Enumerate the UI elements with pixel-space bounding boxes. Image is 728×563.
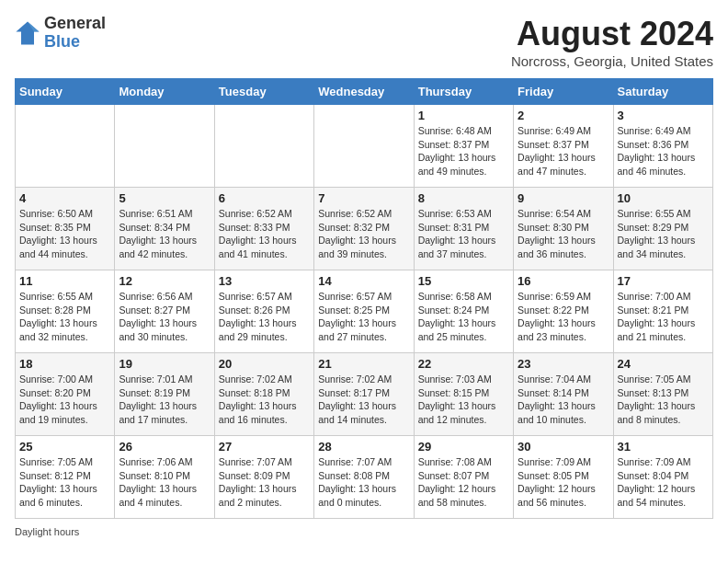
calendar-cell-4-4: 29Sunrise: 7:08 AM Sunset: 8:07 PM Dayli… [414, 436, 513, 519]
calendar-cell-2-0: 11Sunrise: 6:55 AM Sunset: 8:28 PM Dayli… [16, 270, 115, 353]
day-number: 1 [418, 109, 509, 122]
day-info: Sunrise: 7:09 AM Sunset: 8:05 PM Dayligh… [518, 455, 609, 510]
day-info: Sunrise: 7:09 AM Sunset: 8:04 PM Dayligh… [618, 455, 709, 510]
day-number: 11 [19, 274, 110, 288]
weekday-header-monday: Monday [115, 79, 214, 105]
weekday-header-friday: Friday [514, 79, 613, 105]
day-info: Sunrise: 7:03 AM Sunset: 8:15 PM Dayligh… [418, 373, 509, 427]
logo-icon [15, 20, 40, 46]
day-number: 10 [618, 191, 709, 205]
calendar-cell-3-3: 21Sunrise: 7:02 AM Sunset: 8:17 PM Dayli… [314, 353, 414, 436]
day-info: Sunrise: 6:52 AM Sunset: 8:33 PM Dayligh… [219, 207, 310, 261]
calendar-table: SundayMondayTuesdayWednesdayThursdayFrid… [15, 78, 713, 519]
calendar-cell-1-4: 8Sunrise: 6:53 AM Sunset: 8:31 PM Daylig… [414, 188, 513, 270]
calendar-cell-1-6: 10Sunrise: 6:55 AM Sunset: 8:29 PM Dayli… [613, 188, 712, 270]
day-info: Sunrise: 7:01 AM Sunset: 8:19 PM Dayligh… [119, 373, 210, 427]
weekday-header-thursday: Thursday [414, 79, 513, 105]
day-number: 16 [518, 274, 609, 288]
calendar-cell-3-5: 23Sunrise: 7:04 AM Sunset: 8:14 PM Dayli… [514, 353, 613, 436]
calendar-cell-0-2 [214, 105, 313, 188]
calendar-week-4: 25Sunrise: 7:05 AM Sunset: 8:12 PM Dayli… [16, 436, 713, 519]
calendar-week-1: 4Sunrise: 6:50 AM Sunset: 8:35 PM Daylig… [16, 188, 713, 270]
weekday-header-wednesday: Wednesday [314, 79, 414, 105]
calendar-cell-2-2: 13Sunrise: 6:57 AM Sunset: 8:26 PM Dayli… [214, 270, 313, 353]
day-info: Sunrise: 6:56 AM Sunset: 8:27 PM Dayligh… [119, 290, 210, 344]
day-number: 23 [518, 357, 609, 371]
calendar-cell-1-3: 7Sunrise: 6:52 AM Sunset: 8:32 PM Daylig… [314, 188, 414, 270]
day-info: Sunrise: 6:57 AM Sunset: 8:25 PM Dayligh… [318, 290, 409, 344]
day-info: Sunrise: 7:04 AM Sunset: 8:14 PM Dayligh… [518, 373, 609, 427]
day-info: Sunrise: 6:57 AM Sunset: 8:26 PM Dayligh… [219, 290, 310, 344]
day-number: 26 [119, 440, 210, 454]
day-number: 7 [318, 191, 409, 205]
day-number: 9 [518, 191, 609, 205]
day-number: 21 [318, 357, 409, 371]
day-number: 31 [618, 440, 709, 454]
day-number: 5 [119, 191, 210, 205]
calendar-cell-4-3: 28Sunrise: 7:07 AM Sunset: 8:08 PM Dayli… [314, 436, 414, 519]
legend-text: Daylight hours [15, 526, 79, 537]
logo: General Blue [15, 15, 106, 52]
weekday-header-saturday: Saturday [613, 79, 712, 105]
calendar-cell-0-6: 3Sunrise: 6:49 AM Sunset: 8:36 PM Daylig… [613, 105, 712, 188]
day-info: Sunrise: 6:48 AM Sunset: 8:37 PM Dayligh… [418, 124, 509, 178]
calendar-cell-0-4: 1Sunrise: 6:48 AM Sunset: 8:37 PM Daylig… [414, 105, 513, 188]
calendar-cell-1-5: 9Sunrise: 6:54 AM Sunset: 8:30 PM Daylig… [514, 188, 613, 270]
day-info: Sunrise: 6:52 AM Sunset: 8:32 PM Dayligh… [318, 207, 409, 261]
calendar-cell-2-3: 14Sunrise: 6:57 AM Sunset: 8:25 PM Dayli… [314, 270, 414, 353]
calendar-week-2: 11Sunrise: 6:55 AM Sunset: 8:28 PM Dayli… [16, 270, 713, 353]
calendar-cell-1-2: 6Sunrise: 6:52 AM Sunset: 8:33 PM Daylig… [214, 188, 313, 270]
day-number: 17 [618, 274, 709, 288]
calendar-cell-3-4: 22Sunrise: 7:03 AM Sunset: 8:15 PM Dayli… [414, 353, 513, 436]
page-header: General Blue August 2024 Norcross, Georg… [15, 15, 713, 69]
calendar-cell-4-2: 27Sunrise: 7:07 AM Sunset: 8:09 PM Dayli… [214, 436, 313, 519]
day-info: Sunrise: 6:49 AM Sunset: 8:37 PM Dayligh… [518, 124, 609, 178]
day-number: 29 [418, 440, 509, 454]
day-info: Sunrise: 6:55 AM Sunset: 8:29 PM Dayligh… [618, 207, 709, 261]
day-number: 14 [318, 274, 409, 288]
calendar-cell-1-0: 4Sunrise: 6:50 AM Sunset: 8:35 PM Daylig… [16, 188, 115, 270]
day-info: Sunrise: 6:55 AM Sunset: 8:28 PM Dayligh… [19, 290, 110, 344]
day-number: 27 [219, 440, 310, 454]
calendar-cell-0-0 [16, 105, 115, 188]
day-info: Sunrise: 6:54 AM Sunset: 8:30 PM Dayligh… [518, 207, 609, 261]
calendar-cell-2-6: 17Sunrise: 7:00 AM Sunset: 8:21 PM Dayli… [613, 270, 712, 353]
calendar-cell-2-5: 16Sunrise: 6:59 AM Sunset: 8:22 PM Dayli… [514, 270, 613, 353]
calendar-cell-4-6: 31Sunrise: 7:09 AM Sunset: 8:04 PM Dayli… [613, 436, 712, 519]
day-number: 6 [219, 191, 310, 205]
logo-blue-text: Blue [44, 33, 106, 52]
logo-general-text: General [44, 15, 106, 33]
day-info: Sunrise: 7:00 AM Sunset: 8:20 PM Dayligh… [19, 373, 110, 427]
day-number: 15 [418, 274, 509, 288]
day-info: Sunrise: 6:49 AM Sunset: 8:36 PM Dayligh… [618, 124, 709, 178]
day-number: 8 [418, 191, 509, 205]
title-area: August 2024 Norcross, Georgia, United St… [511, 15, 713, 69]
day-number: 30 [518, 440, 609, 454]
calendar-cell-4-0: 25Sunrise: 7:05 AM Sunset: 8:12 PM Dayli… [16, 436, 115, 519]
day-info: Sunrise: 7:06 AM Sunset: 8:10 PM Dayligh… [119, 455, 210, 510]
day-info: Sunrise: 7:02 AM Sunset: 8:17 PM Dayligh… [318, 373, 409, 427]
day-info: Sunrise: 7:05 AM Sunset: 8:13 PM Dayligh… [618, 373, 709, 427]
day-info: Sunrise: 6:58 AM Sunset: 8:24 PM Dayligh… [418, 290, 509, 344]
day-info: Sunrise: 6:50 AM Sunset: 8:35 PM Dayligh… [19, 207, 110, 261]
calendar-cell-3-2: 20Sunrise: 7:02 AM Sunset: 8:18 PM Dayli… [214, 353, 313, 436]
calendar-cell-2-1: 12Sunrise: 6:56 AM Sunset: 8:27 PM Dayli… [115, 270, 214, 353]
day-info: Sunrise: 7:02 AM Sunset: 8:18 PM Dayligh… [219, 373, 310, 427]
calendar-cell-2-4: 15Sunrise: 6:58 AM Sunset: 8:24 PM Dayli… [414, 270, 513, 353]
day-info: Sunrise: 7:08 AM Sunset: 8:07 PM Dayligh… [418, 455, 509, 510]
weekday-header-tuesday: Tuesday [214, 79, 313, 105]
day-number: 25 [19, 440, 110, 454]
day-info: Sunrise: 6:51 AM Sunset: 8:34 PM Dayligh… [119, 207, 210, 261]
day-number: 20 [219, 357, 310, 371]
calendar-cell-4-5: 30Sunrise: 7:09 AM Sunset: 8:05 PM Dayli… [514, 436, 613, 519]
day-info: Sunrise: 7:05 AM Sunset: 8:12 PM Dayligh… [19, 455, 110, 510]
day-number: 18 [19, 357, 110, 371]
calendar-cell-3-1: 19Sunrise: 7:01 AM Sunset: 8:19 PM Dayli… [115, 353, 214, 436]
day-info: Sunrise: 7:00 AM Sunset: 8:21 PM Dayligh… [618, 290, 709, 344]
day-number: 12 [119, 274, 210, 288]
month-year-title: August 2024 [511, 15, 713, 53]
weekday-header-sunday: Sunday [16, 79, 115, 105]
calendar-header: SundayMondayTuesdayWednesdayThursdayFrid… [16, 79, 713, 105]
day-info: Sunrise: 6:53 AM Sunset: 8:31 PM Dayligh… [418, 207, 509, 261]
day-number: 4 [19, 191, 110, 205]
